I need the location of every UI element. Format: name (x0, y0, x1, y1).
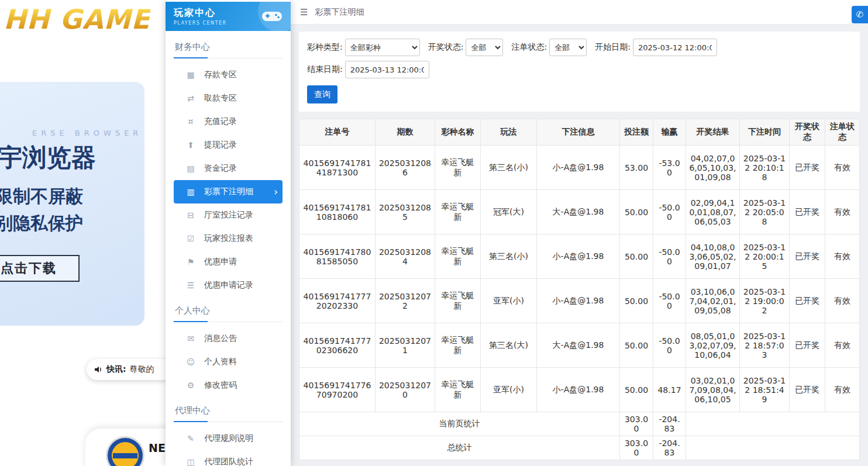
sidebar-item[interactable]: ✎代理规则说明 (174, 427, 283, 450)
table-cell: 亚军(小) (481, 368, 537, 412)
sidebar-item[interactable]: ✉消息公告 (174, 327, 283, 350)
table-row: 40156917417767097020020250312070幸运飞艇新亚军(… (299, 368, 860, 412)
summary-bet-total: 303.00 (620, 436, 653, 460)
sidebar-item-label: 取款专区 (204, 93, 237, 103)
end-date-label: 结束日期: (307, 64, 343, 75)
table-cell: 2025-03-12 20:10:18 (740, 146, 790, 190)
sidebar-item[interactable]: ⚑优惠申请 (174, 250, 283, 274)
summary-row: 总统计303.00-204.83 (299, 436, 860, 460)
sidebar-item[interactable]: ⚙修改密码 (174, 374, 283, 397)
table-cell: 小-A盘@1.98 (537, 146, 620, 190)
sidebar-item-label: 提现记录 (204, 140, 237, 150)
table-cell: 401569174177702306620 (299, 323, 376, 368)
sidebar-item-label: 彩票下注明细 (204, 187, 253, 197)
lottery-type-select[interactable]: 全部彩种 (345, 39, 420, 56)
speaker-icon (94, 365, 103, 374)
customer-service-button[interactable]: ✆ (852, 6, 868, 23)
table-row: 40156917417808158505020250312084幸运飞艇新第三名… (299, 234, 860, 279)
table-cell: 401569174178110818060 (299, 190, 376, 234)
table-cell: -50.00 (653, 234, 686, 279)
table-cell: 有效 (825, 323, 860, 368)
sidebar-item-label: 厅室投注记录 (204, 210, 253, 220)
column-header: 期数 (376, 119, 435, 146)
sidebar-item[interactable]: ◫代理团队统计 (174, 450, 283, 466)
site-logo: HH GAME (4, 4, 150, 35)
table-cell: 幸运飞艇新 (435, 368, 481, 412)
column-header: 玩法 (481, 119, 537, 146)
table-cell: 401569174177720202330 (299, 279, 376, 323)
sidebar: 玩家中心 PLAYERS CENTER 财务中心▦存款专区⇄取款专区¤充值记录⬆… (166, 0, 291, 466)
table-cell: 2025-03-12 20:00:15 (740, 234, 790, 279)
sidebar-item-label: 存款专区 (204, 70, 237, 80)
deposit-icon: ▦ (185, 70, 196, 80)
table-cell: 已开奖 (790, 146, 825, 190)
sidebar-item-label: 代理规则说明 (204, 433, 253, 444)
player-bet-report-icon: ☑ (185, 234, 196, 243)
table-cell: 401569174178081585050 (299, 234, 376, 279)
table-cell: 已开奖 (790, 234, 825, 279)
table-row: 40156917417770230662020250312071幸运飞艇新第三名… (299, 323, 860, 368)
background-site: HH GAME ERSE BROWSER 宇浏览器 限制不屏蔽 别隐私保护 点击… (0, 0, 166, 466)
summary-empty (686, 412, 860, 436)
table-cell: 2025-03-12 18:51:49 (740, 368, 790, 412)
table-cell: 有效 (825, 234, 860, 279)
table-row: 40156917417811081806020250312085幸运飞艇新冠军(… (299, 190, 860, 234)
draw-status-select[interactable]: 全部 (466, 39, 503, 56)
lottery-type-filter: 彩种类型: 全部彩种 (307, 39, 420, 56)
sidebar-sections: 财务中心▦存款专区⇄取款专区¤充值记录⬆提现记录▤资金记录▥彩票下注明细›⊟厅室… (166, 31, 291, 466)
table-cell: 50.00 (620, 234, 653, 279)
team-logo (108, 438, 143, 466)
sidebar-item[interactable]: ⊟厅室投注记录 (174, 203, 283, 227)
table-cell: 有效 (825, 279, 860, 323)
table-cell: 有效 (825, 368, 860, 412)
sidebar-item[interactable]: ☺个人资料 (174, 350, 283, 374)
table-cell: 2025-03-12 19:00:02 (740, 279, 790, 323)
sidebar-item[interactable]: ▦存款专区 (174, 63, 283, 87)
download-button[interactable]: 点击下载 (0, 255, 80, 282)
table-cell: 2025-03-12 20:05:08 (740, 190, 790, 234)
bet-status-label: 注单状态: (511, 42, 547, 53)
table-cell: 第三名(大) (481, 323, 537, 368)
lottery-type-label: 彩种类型: (307, 42, 343, 53)
table-cell: 已开奖 (790, 279, 825, 323)
sidebar-item[interactable]: ⬆提现记录 (174, 133, 283, 157)
table-cell: 04,10,08,03,06,05,02,09,01,07 (686, 234, 740, 279)
column-header: 开奖结果 (686, 119, 740, 146)
column-header: 注单号 (299, 119, 376, 146)
sidebar-item-label: 优惠申请记录 (204, 280, 253, 291)
table-cell: 已开奖 (790, 323, 825, 368)
table-cell: 小-A盘@1.98 (537, 279, 620, 323)
table-cell: 50.00 (620, 323, 653, 368)
main-content: ☰ 彩票下注明细 ✆ 彩种类型: 全部彩种 开奖状态: 全部 (291, 0, 868, 466)
chevron-right-icon: › (274, 187, 278, 197)
recharge-record-icon: ¤ (185, 117, 196, 126)
table-cell: 02,09,04,10,01,08,07,06,05,03 (686, 190, 740, 234)
sidebar-item[interactable]: ▥彩票下注明细› (174, 180, 283, 203)
table-cell: -50.00 (653, 279, 686, 323)
gamepad-icon (261, 9, 283, 23)
sidebar-item[interactable]: ▤资金记录 (174, 157, 283, 180)
query-button[interactable]: 查询 (307, 85, 337, 103)
end-date-input[interactable] (345, 61, 429, 78)
sidebar-item[interactable]: ☰优惠申请记录 (174, 274, 283, 297)
table-cell: 401569174177670970200 (299, 368, 376, 412)
page: HH GAME ERSE BROWSER 宇浏览器 限制不屏蔽 别隐私保护 点击… (0, 0, 868, 466)
summary-label: 总统计 (299, 436, 620, 460)
table-cell: 大-A盘@1.98 (537, 190, 620, 234)
section-title: 财务中心 (174, 33, 283, 58)
table-cell: 20250312072 (376, 279, 435, 323)
table-cell: 已开奖 (790, 190, 825, 234)
filter-panel: 彩种类型: 全部彩种 开奖状态: 全部 注单状态: 全部 (299, 32, 860, 112)
table-cell: 53.00 (620, 146, 653, 190)
table-cell: 20250312084 (376, 234, 435, 279)
sidebar-item-label: 优惠申请 (204, 257, 237, 267)
sidebar-item[interactable]: ¤充值记录 (174, 110, 283, 133)
bet-status-select[interactable]: 全部 (549, 39, 587, 56)
section-title: 代理中心 (174, 397, 283, 422)
sidebar-item[interactable]: ⇄取款专区 (174, 87, 283, 110)
column-header: 下注信息 (537, 119, 620, 146)
summary-empty (686, 436, 860, 460)
menu-toggle-icon[interactable]: ☰ (300, 7, 308, 18)
sidebar-item[interactable]: ☑玩家投注报表 (174, 227, 283, 250)
start-date-input[interactable] (633, 39, 717, 56)
